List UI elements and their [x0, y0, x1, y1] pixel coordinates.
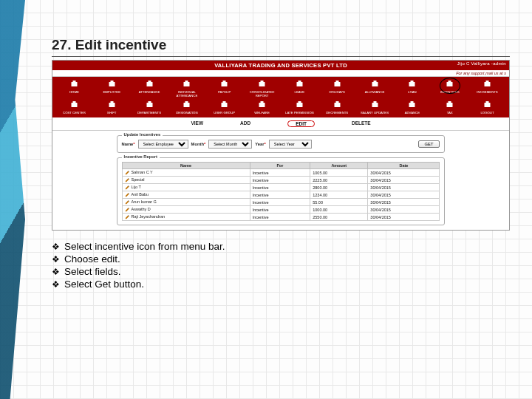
svg-rect-22 — [485, 82, 491, 86]
menu-label: USER GROUP — [214, 111, 235, 115]
cell-name: Aswathy D — [132, 207, 151, 211]
consolidated-report-menu-item[interactable]: CONSOLIDATED REPORT — [243, 79, 281, 98]
attendance-menu-item[interactable]: ATTENDANCE — [131, 79, 168, 98]
menu-label: HOLIDAYS — [330, 90, 345, 94]
edit-icon — [125, 200, 130, 205]
payslip-menu-item[interactable]: PAYSLIP — [205, 79, 243, 98]
cell-date: 30/04/2015 — [368, 214, 440, 221]
cell-for: Incentive — [250, 184, 310, 191]
svg-rect-37 — [298, 101, 301, 103]
shift-icon — [106, 100, 117, 109]
holidays-icon — [332, 80, 342, 89]
table-row[interactable]: Anil BabuIncentive1234.0030/04/2015 — [122, 191, 440, 199]
cell-for: Incentive — [250, 191, 310, 199]
menu-label: INCREMENTS — [477, 90, 497, 94]
menu-label: ALLOWANCE — [365, 90, 385, 94]
tax-menu-item[interactable]: TAX — [431, 100, 468, 115]
instruction-item: ❖Select Get button. — [52, 279, 510, 290]
advance-menu-item[interactable]: ADVANCE — [393, 100, 431, 115]
table-row[interactable]: SpecialIncentive2225.0030/04/2015 — [122, 177, 440, 184]
svg-rect-28 — [146, 103, 152, 107]
main-menu-bar: HOMEEMPLOYEEATTENDANCEINDIVIDUAL ATTENDA… — [52, 77, 509, 117]
cell-name: Raji Jeyachandran — [132, 214, 166, 219]
welfare-icon — [257, 100, 267, 109]
svg-rect-38 — [334, 103, 340, 107]
svg-rect-11 — [261, 81, 264, 82]
svg-rect-29 — [148, 101, 151, 103]
employee-menu-item[interactable]: EMPLOYEE — [93, 79, 131, 98]
svg-rect-20 — [447, 82, 453, 86]
year-select[interactable]: Select Year — [269, 140, 312, 149]
logout-icon — [482, 100, 493, 109]
tab-view[interactable]: VIEW — [191, 120, 203, 127]
individual-attendance-menu-item[interactable]: INDIVIDUAL ATTENDANCE — [168, 79, 205, 98]
svg-rect-12 — [296, 82, 302, 86]
app-screenshot: VALLIYARA TRADING AND SERVICES PVT LTD J… — [52, 60, 510, 231]
menu-label: WELFARE — [254, 111, 270, 115]
menu-label: HOME — [69, 90, 79, 94]
app-header-bar: VALLIYARA TRADING AND SERVICES PVT LTD J… — [52, 61, 509, 70]
welfare-menu-item[interactable]: WELFARE — [243, 100, 281, 115]
svg-rect-45 — [449, 101, 451, 103]
leave-menu-item[interactable]: LEAVE — [281, 79, 318, 98]
name-select[interactable]: Select Employee — [138, 140, 188, 149]
menu-label: LEAVE — [295, 90, 305, 94]
table-row[interactable]: Lijo TIncentive2800.0030/04/2015 — [122, 184, 440, 191]
logged-in-user: Jijo C Valliyara -admin — [457, 61, 506, 66]
allowance-menu-item[interactable]: ALLOWANCE — [356, 79, 394, 98]
svg-rect-24 — [71, 103, 77, 107]
cell-amount: 1000.00 — [310, 206, 368, 214]
incentives-menu-item[interactable]: INCENTIVES — [431, 79, 468, 98]
increments-menu-item[interactable]: INCREMENTS — [468, 79, 506, 98]
designation-icon — [182, 100, 192, 109]
salary-updates-menu-item[interactable]: SALARY UPDATES — [356, 100, 394, 115]
decrements-menu-item[interactable]: DECREMENTS — [318, 100, 356, 115]
menu-label: TAX — [447, 111, 453, 115]
menu-label: INDIVIDUAL ATTENDANCE — [168, 90, 205, 98]
report-table: Name For Amount Date Salman C YIncentive… — [122, 162, 440, 221]
month-label: Month* — [191, 142, 206, 146]
menu-label: CONSOLIDATED REPORT — [243, 90, 281, 98]
user-group-menu-item[interactable]: USER GROUP — [205, 100, 243, 115]
instruction-list: ❖Select incentive icon from menu bar.❖Ch… — [52, 241, 510, 290]
designation-menu-item[interactable]: DESIGNATION — [168, 100, 205, 115]
svg-rect-0 — [71, 82, 77, 86]
month-select[interactable]: Select Month — [208, 140, 252, 149]
col-amount: Amount — [310, 163, 368, 169]
home-menu-item[interactable]: HOME — [55, 79, 93, 98]
svg-rect-46 — [485, 103, 491, 107]
departments-icon — [144, 100, 154, 109]
table-row[interactable]: Arun kumar GIncentive55.0030/04/2015 — [122, 199, 440, 206]
edit-icon — [125, 207, 130, 212]
table-row[interactable]: Raji JeyachandranIncentive2550.0030/04/2… — [122, 214, 440, 221]
menu-label: SALARY UPDATES — [361, 111, 389, 115]
loan-menu-item[interactable]: LOAN — [393, 79, 431, 98]
cell-date: 30/04/2015 — [368, 177, 440, 184]
departments-menu-item[interactable]: DEPARTMENTS — [131, 100, 168, 115]
holidays-menu-item[interactable]: HOLIDAYS — [318, 79, 356, 98]
tab-add[interactable]: ADD — [240, 120, 250, 127]
table-row[interactable]: Salman C YIncentive1005.0030/04/2015 — [122, 169, 440, 177]
cell-date: 30/04/2015 — [368, 199, 440, 206]
table-row[interactable]: Aswathy DIncentive1000.0030/04/2015 — [122, 206, 440, 214]
payslip-icon — [219, 80, 230, 89]
tab-bar: VIEW ADD EDIT DELETE — [52, 117, 509, 131]
cell-date: 30/04/2015 — [368, 206, 440, 214]
bullet-icon: ❖ — [52, 279, 60, 290]
late-permission-menu-item[interactable]: LATE PERMISSION — [281, 100, 318, 115]
shift-menu-item[interactable]: SHIFT — [93, 100, 131, 115]
menu-label: COST CENTER — [63, 111, 86, 115]
advance-icon — [407, 100, 417, 109]
tab-edit[interactable]: EDIT — [287, 120, 315, 127]
cell-amount: 2225.00 — [310, 177, 368, 184]
slide-title: 27. Edit incentive — [52, 37, 510, 57]
instruction-text: Select fields. — [64, 266, 121, 277]
menu-label: DESIGNATION — [176, 111, 197, 115]
logout-menu-item[interactable]: LOGOUT — [468, 100, 506, 115]
cost-center-menu-item[interactable]: COST CENTER — [55, 100, 93, 115]
cell-date: 30/04/2015 — [368, 169, 440, 177]
get-button[interactable]: GET — [418, 140, 440, 148]
employee-icon — [106, 80, 117, 89]
tab-delete[interactable]: DELETE — [352, 120, 371, 127]
svg-rect-16 — [372, 82, 378, 86]
